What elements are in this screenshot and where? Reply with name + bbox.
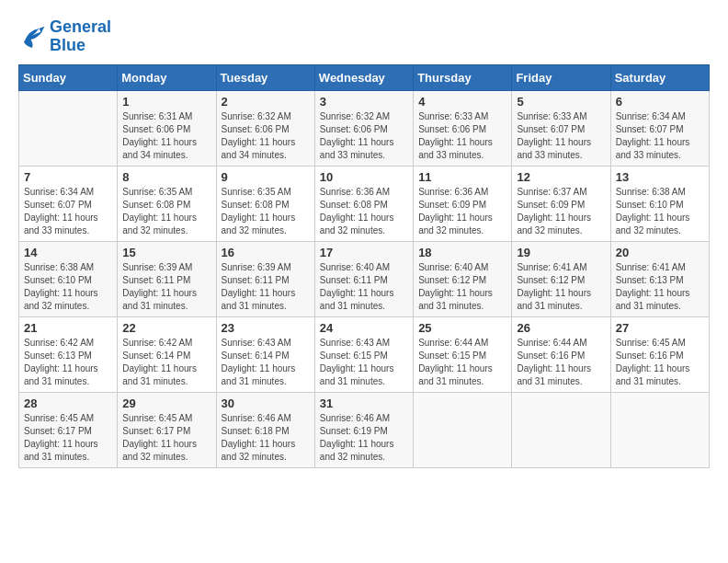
day-info: Sunrise: 6:37 AMSunset: 6:09 PMDaylight:… [517,186,605,237]
day-info: Sunrise: 6:33 AMSunset: 6:07 PMDaylight:… [517,110,605,162]
calendar-day-cell: 20Sunrise: 6:41 AMSunset: 6:13 PMDayligh… [610,241,709,316]
day-info: Sunrise: 6:43 AMSunset: 6:15 PMDaylight:… [320,337,408,388]
day-info: Sunrise: 6:40 AMSunset: 6:11 PMDaylight:… [320,261,408,313]
calendar-day-cell: 8Sunrise: 6:35 AMSunset: 6:08 PMDaylight… [118,166,216,241]
calendar-day-cell: 2Sunrise: 6:32 AMSunset: 6:06 PMDaylight… [216,90,314,166]
calendar-day-cell: 17Sunrise: 6:40 AMSunset: 6:11 PMDayligh… [314,241,413,316]
day-info: Sunrise: 6:39 AMSunset: 6:11 PMDaylight:… [222,261,310,313]
day-info: Sunrise: 6:45 AMSunset: 6:17 PMDaylight:… [24,412,112,464]
day-info: Sunrise: 6:35 AMSunset: 6:08 PMDaylight:… [222,186,310,237]
day-number: 2 [222,95,310,109]
day-number: 19 [517,246,605,259]
calendar-day-cell: 27Sunrise: 6:45 AMSunset: 6:16 PMDayligh… [610,316,709,392]
day-info: Sunrise: 6:44 AMSunset: 6:16 PMDaylight:… [517,337,605,388]
logo-text: General Blue [50,18,111,55]
page-header: General Blue [18,18,710,55]
day-info: Sunrise: 6:34 AMSunset: 6:07 PMDaylight:… [24,186,112,237]
calendar-day-cell: 16Sunrise: 6:39 AMSunset: 6:11 PMDayligh… [216,241,314,316]
day-info: Sunrise: 6:46 AMSunset: 6:19 PMDaylight:… [320,412,408,464]
day-info: Sunrise: 6:38 AMSunset: 6:10 PMDaylight:… [616,186,704,237]
day-number: 30 [222,396,310,410]
calendar-header-sunday: Sunday [19,64,118,90]
calendar-day-cell: 10Sunrise: 6:36 AMSunset: 6:08 PMDayligh… [314,166,413,241]
day-info: Sunrise: 6:33 AMSunset: 6:06 PMDaylight:… [418,110,506,162]
day-info: Sunrise: 6:32 AMSunset: 6:06 PMDaylight:… [222,110,310,162]
day-number: 25 [418,321,506,335]
calendar-header-wednesday: Wednesday [314,64,413,90]
logo: General Blue [18,18,111,55]
day-info: Sunrise: 6:34 AMSunset: 6:07 PMDaylight:… [616,110,704,162]
calendar-week-5: 28Sunrise: 6:45 AMSunset: 6:17 PMDayligh… [19,392,710,467]
day-number: 23 [222,321,310,335]
calendar-day-cell: 26Sunrise: 6:44 AMSunset: 6:16 PMDayligh… [512,316,610,392]
day-number: 10 [320,170,408,184]
day-info: Sunrise: 6:32 AMSunset: 6:06 PMDaylight:… [320,110,408,162]
calendar-day-cell: 13Sunrise: 6:38 AMSunset: 6:10 PMDayligh… [610,166,709,241]
day-number: 31 [320,396,408,410]
day-info: Sunrise: 6:39 AMSunset: 6:11 PMDaylight:… [122,261,210,313]
calendar-day-cell: 4Sunrise: 6:33 AMSunset: 6:06 PMDaylight… [414,90,512,166]
day-number: 22 [122,321,210,335]
calendar-day-cell: 14Sunrise: 6:38 AMSunset: 6:10 PMDayligh… [19,241,118,316]
day-number: 1 [122,95,210,109]
day-info: Sunrise: 6:40 AMSunset: 6:12 PMDaylight:… [418,261,506,313]
calendar-day-cell: 12Sunrise: 6:37 AMSunset: 6:09 PMDayligh… [512,166,610,241]
calendar-day-cell: 11Sunrise: 6:36 AMSunset: 6:09 PMDayligh… [414,166,512,241]
day-number: 7 [24,170,112,184]
calendar-day-cell: 15Sunrise: 6:39 AMSunset: 6:11 PMDayligh… [118,241,216,316]
day-number: 29 [122,396,210,410]
day-info: Sunrise: 6:35 AMSunset: 6:08 PMDaylight:… [122,186,210,237]
day-number: 6 [616,95,704,109]
day-info: Sunrise: 6:38 AMSunset: 6:10 PMDaylight:… [24,261,112,313]
calendar-day-cell: 21Sunrise: 6:42 AMSunset: 6:13 PMDayligh… [19,316,118,392]
day-info: Sunrise: 6:46 AMSunset: 6:18 PMDaylight:… [222,412,310,464]
day-info: Sunrise: 6:45 AMSunset: 6:17 PMDaylight:… [122,412,210,464]
day-info: Sunrise: 6:36 AMSunset: 6:08 PMDaylight:… [320,186,408,237]
calendar-day-cell [512,392,610,467]
day-number: 18 [418,246,506,259]
day-number: 3 [320,95,408,109]
day-info: Sunrise: 6:42 AMSunset: 6:14 PMDaylight:… [122,337,210,388]
day-info: Sunrise: 6:31 AMSunset: 6:06 PMDaylight:… [122,110,210,162]
day-number: 4 [418,95,506,109]
calendar-header-saturday: Saturday [610,64,709,90]
calendar-header-tuesday: Tuesday [216,64,314,90]
calendar-day-cell: 7Sunrise: 6:34 AMSunset: 6:07 PMDaylight… [19,166,118,241]
day-info: Sunrise: 6:36 AMSunset: 6:09 PMDaylight:… [418,186,506,237]
calendar-day-cell: 25Sunrise: 6:44 AMSunset: 6:15 PMDayligh… [414,316,512,392]
calendar-day-cell [610,392,709,467]
day-info: Sunrise: 6:41 AMSunset: 6:12 PMDaylight:… [517,261,605,313]
calendar-day-cell: 19Sunrise: 6:41 AMSunset: 6:12 PMDayligh… [512,241,610,316]
calendar-day-cell: 24Sunrise: 6:43 AMSunset: 6:15 PMDayligh… [314,316,413,392]
day-number: 9 [222,170,310,184]
day-info: Sunrise: 6:45 AMSunset: 6:16 PMDaylight:… [616,337,704,388]
logo-icon [18,23,46,51]
day-number: 21 [24,321,112,335]
day-number: 11 [418,170,506,184]
day-info: Sunrise: 6:44 AMSunset: 6:15 PMDaylight:… [418,337,506,388]
calendar-day-cell: 6Sunrise: 6:34 AMSunset: 6:07 PMDaylight… [610,90,709,166]
calendar-day-cell: 3Sunrise: 6:32 AMSunset: 6:06 PMDaylight… [314,90,413,166]
calendar-day-cell: 9Sunrise: 6:35 AMSunset: 6:08 PMDaylight… [216,166,314,241]
day-info: Sunrise: 6:43 AMSunset: 6:14 PMDaylight:… [222,337,310,388]
calendar-day-cell: 5Sunrise: 6:33 AMSunset: 6:07 PMDaylight… [512,90,610,166]
day-number: 17 [320,246,408,259]
day-number: 8 [122,170,210,184]
calendar-table: SundayMondayTuesdayWednesdayThursdayFrid… [18,64,710,468]
calendar-day-cell: 31Sunrise: 6:46 AMSunset: 6:19 PMDayligh… [314,392,413,467]
calendar-week-4: 21Sunrise: 6:42 AMSunset: 6:13 PMDayligh… [19,316,710,392]
day-number: 15 [122,246,210,259]
calendar-day-cell: 28Sunrise: 6:45 AMSunset: 6:17 PMDayligh… [19,392,118,467]
day-number: 20 [616,246,704,259]
calendar-day-cell: 30Sunrise: 6:46 AMSunset: 6:18 PMDayligh… [216,392,314,467]
calendar-day-cell: 23Sunrise: 6:43 AMSunset: 6:14 PMDayligh… [216,316,314,392]
calendar-day-cell [19,90,118,166]
calendar-week-1: 1Sunrise: 6:31 AMSunset: 6:06 PMDaylight… [19,90,710,166]
day-number: 28 [24,396,112,410]
calendar-day-cell: 1Sunrise: 6:31 AMSunset: 6:06 PMDaylight… [118,90,216,166]
day-info: Sunrise: 6:42 AMSunset: 6:13 PMDaylight:… [24,337,112,388]
day-number: 24 [320,321,408,335]
calendar-day-cell [414,392,512,467]
calendar-week-3: 14Sunrise: 6:38 AMSunset: 6:10 PMDayligh… [19,241,710,316]
calendar-header-row: SundayMondayTuesdayWednesdayThursdayFrid… [19,64,710,90]
